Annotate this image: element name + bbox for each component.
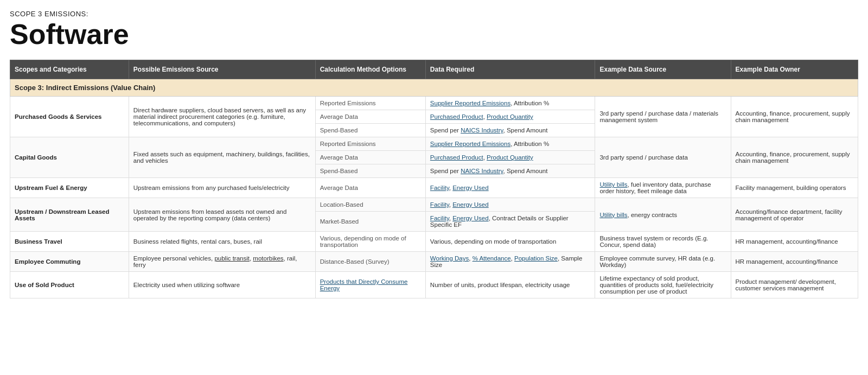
col-header-exsource: Example Data Source	[595, 60, 731, 79]
ex-source-cell: Employee commute survey, HR data (e.g. W…	[595, 252, 731, 272]
ex-owner-cell: Product management/ development, custome…	[731, 272, 858, 298]
data-req-cell: Purchased Product, Product Quantity	[425, 110, 595, 124]
table-row: Use of Sold ProductElectricity used when…	[10, 272, 858, 298]
data-req-cell: Facility, Energy Used	[425, 198, 595, 212]
page-subtitle: SCOPE 3 EMISSIONS:	[10, 10, 858, 18]
ex-source-cell: 3rd party spend / purchase data / materi…	[595, 97, 731, 137]
calc-cell: Market-Based	[315, 212, 425, 232]
source-cell: Fixed assets such as equipment, machiner…	[129, 137, 315, 178]
data-req-cell: Purchased Product, Product Quantity	[425, 151, 595, 164]
col-header-data: Data Required	[425, 60, 595, 79]
data-req-cell: Spend per NAICS Industry, Spend Amount	[425, 164, 595, 178]
calc-cell: Average Data	[315, 178, 425, 198]
table-header-row: Scopes and Categories Possible Emissions…	[10, 60, 858, 79]
table-row: Employee CommutingEmployee personal vehi…	[10, 252, 858, 272]
ex-source-cell: Business travel system or records (E.g. …	[595, 232, 731, 252]
data-req-cell: Facility, Energy Used, Contract Details …	[425, 212, 595, 232]
ex-owner-cell: Facility management, building operators	[731, 178, 858, 198]
emissions-table: Scopes and Categories Possible Emissions…	[10, 60, 858, 298]
category-cell: Purchased Goods & Services	[10, 97, 129, 137]
table-row: Purchased Goods & ServicesDirect hardwar…	[10, 97, 858, 110]
calc-cell: Location-Based	[315, 198, 425, 212]
col-header-calc: Calculation Method Options	[315, 60, 425, 79]
source-cell: Direct hardware suppliers, cloud based s…	[129, 97, 315, 137]
calc-cell: Products that Directly Consume Energy	[315, 272, 425, 298]
table-row: Business TravelBusiness related flights,…	[10, 232, 858, 252]
table-row: Capital GoodsFixed assets such as equipm…	[10, 137, 858, 151]
calc-cell: Various, depending on mode of transporta…	[315, 232, 425, 252]
category-cell: Employee Commuting	[10, 252, 129, 272]
page-title: Software	[10, 19, 858, 50]
calc-cell: Distance-Based (Survey)	[315, 252, 425, 272]
ex-owner-cell: Accounting, finance, procurement, supply…	[731, 97, 858, 137]
data-req-cell: Supplier Reported Emissions, Attribution…	[425, 137, 595, 151]
calc-cell: Reported Emissions	[315, 97, 425, 110]
category-cell: Upstream Fuel & Energy	[10, 178, 129, 198]
data-req-cell: Number of units, product lifespan, elect…	[425, 272, 595, 298]
data-req-cell: Spend per NAICS Industry, Spend Amount	[425, 124, 595, 137]
category-cell: Upstream / Downstream Leased Assets	[10, 198, 129, 232]
calc-cell: Reported Emissions	[315, 137, 425, 151]
col-header-exowner: Example Data Owner	[731, 60, 858, 79]
data-req-cell: Working Days, % Attendance, Population S…	[425, 252, 595, 272]
ex-owner-cell: Accounting, finance, procurement, supply…	[731, 137, 858, 178]
ex-owner-cell: HR management, accounting/finance	[731, 252, 858, 272]
category-cell: Business Travel	[10, 232, 129, 252]
ex-owner-cell: Accounting/finance department, facility …	[731, 198, 858, 232]
source-cell: Electricity used when utilizing software	[129, 272, 315, 298]
category-cell: Capital Goods	[10, 137, 129, 178]
ex-source-cell: Lifetime expectancy of sold product, qua…	[595, 272, 731, 298]
scope-section-row: Scope 3: Indirect Emissions (Value Chain…	[10, 79, 858, 97]
table-row: Upstream Fuel & EnergyUpstream emissions…	[10, 178, 858, 198]
source-cell: Employee personal vehicles, public trans…	[129, 252, 315, 272]
source-cell: Upstream emissions from leased assets no…	[129, 198, 315, 232]
category-cell: Use of Sold Product	[10, 272, 129, 298]
ex-source-cell: Utility bills, fuel inventory data, purc…	[595, 178, 731, 198]
table-row: Upstream / Downstream Leased AssetsUpstr…	[10, 198, 858, 212]
source-cell: Upstream emissions from any purchased fu…	[129, 178, 315, 198]
col-header-scopes: Scopes and Categories	[10, 60, 129, 79]
calc-cell: Average Data	[315, 110, 425, 124]
calc-cell: Spend-Based	[315, 164, 425, 178]
source-cell: Business related flights, rental cars, b…	[129, 232, 315, 252]
calc-cell: Average Data	[315, 151, 425, 164]
ex-source-cell: Utility bills, energy contracts	[595, 198, 731, 232]
ex-owner-cell: HR management, accounting/finance	[731, 232, 858, 252]
data-req-cell: Facility, Energy Used	[425, 178, 595, 198]
calc-cell: Spend-Based	[315, 124, 425, 137]
ex-source-cell: 3rd party spend / purchase data	[595, 137, 731, 178]
data-req-cell: Various, depending on mode of transporta…	[425, 232, 595, 252]
col-header-source: Possible Emissions Source	[129, 60, 315, 79]
data-req-cell: Supplier Reported Emissions, Attribution…	[425, 97, 595, 110]
